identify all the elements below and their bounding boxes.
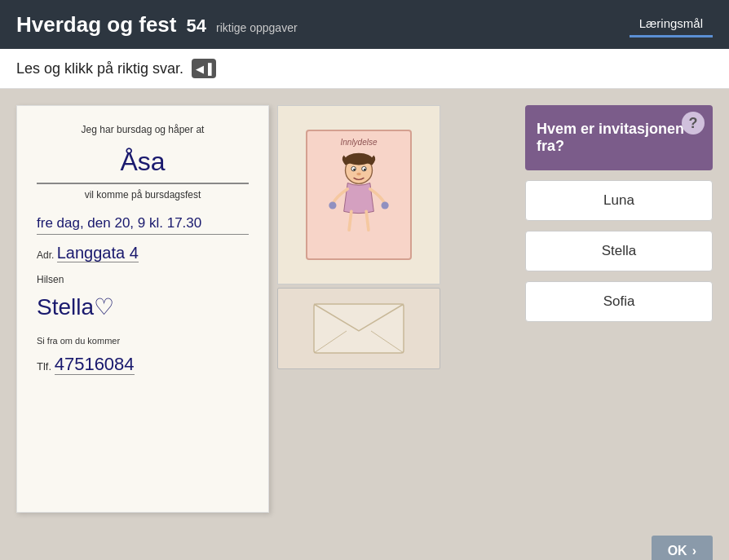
- sound-button[interactable]: ◀▐: [192, 59, 216, 78]
- character-illustration: [322, 152, 395, 241]
- image-area: Innlydelse: [277, 105, 440, 513]
- phone-label: Tlf.: [37, 360, 51, 373]
- score-count: 54: [187, 15, 206, 37]
- envelope-svg: [310, 300, 408, 357]
- card-footer-text: Si fra om du kommer: [37, 334, 249, 349]
- address-label-text: Adr.: [37, 249, 54, 261]
- svg-point-8: [382, 201, 389, 209]
- card-invitee-name: Åsa: [37, 141, 249, 184]
- invitation-card: Jeg har bursdag og håper at Åsa vil komm…: [16, 105, 269, 513]
- invitation-image: Innlydelse: [277, 105, 440, 284]
- answer-button-sofia[interactable]: Sofia: [525, 281, 713, 322]
- question-mark-badge: ?: [682, 112, 705, 134]
- ok-button[interactable]: OK ›: [652, 536, 713, 560]
- card-address-value: Langgata 4: [57, 244, 139, 262]
- answer-button-luna[interactable]: Luna: [525, 180, 713, 221]
- ok-arrow: ›: [692, 544, 696, 558]
- card-phone-number: 47516084: [55, 354, 135, 375]
- ok-area: OK ›: [0, 529, 729, 560]
- card-phone-line: Tlf. 47516084: [37, 350, 249, 378]
- learning-goal-button[interactable]: Læringsmål: [630, 11, 713, 37]
- card-img-title: Innlydelse: [340, 138, 377, 147]
- page-title: Hverdag og fest: [16, 12, 177, 37]
- card-intro-text: Jeg har bursdag og håper at: [37, 122, 249, 138]
- main-content: Jeg har bursdag og håper at Åsa vil komm…: [0, 89, 729, 529]
- card-middle-text: vil komme på bursdagsfest: [37, 187, 249, 203]
- card-area: Jeg har bursdag og håper at Åsa vil komm…: [16, 105, 509, 513]
- instruction-text: Les og klikk på riktig svar.: [16, 60, 183, 77]
- card-illustration: Innlydelse: [306, 130, 412, 260]
- card-address-label: Adr. Langgata 4: [37, 240, 249, 266]
- score-label: riktige oppgaver: [216, 21, 298, 34]
- header: Hverdag og fest 54 riktige oppgaver Læri…: [0, 0, 729, 49]
- header-left: Hverdag og fest 54 riktige oppgaver: [16, 12, 298, 37]
- card-hilsen-label: Hilsen: [37, 272, 249, 288]
- svg-point-6: [356, 173, 361, 176]
- card-date: fre dag, den 20, 9 kl. 17.30: [37, 212, 249, 235]
- speaker-icon: ◀▐: [196, 63, 211, 75]
- ok-label: OK: [668, 544, 687, 558]
- svg-point-7: [329, 201, 336, 209]
- svg-rect-9: [314, 304, 404, 353]
- envelope-image: [277, 288, 440, 369]
- instruction-bar: Les og klikk på riktig svar. ◀▐: [0, 49, 729, 89]
- svg-point-4: [353, 169, 356, 171]
- svg-point-5: [364, 169, 366, 171]
- card-signature: Stella♡: [37, 289, 249, 326]
- answer-button-stella[interactable]: Stella: [525, 231, 713, 271]
- right-panel: Hvem er invitasjonen fra? ? Luna Stella …: [525, 105, 713, 513]
- question-box: Hvem er invitasjonen fra? ?: [525, 105, 713, 170]
- question-text: Hvem er invitasjonen fra?: [537, 121, 701, 155]
